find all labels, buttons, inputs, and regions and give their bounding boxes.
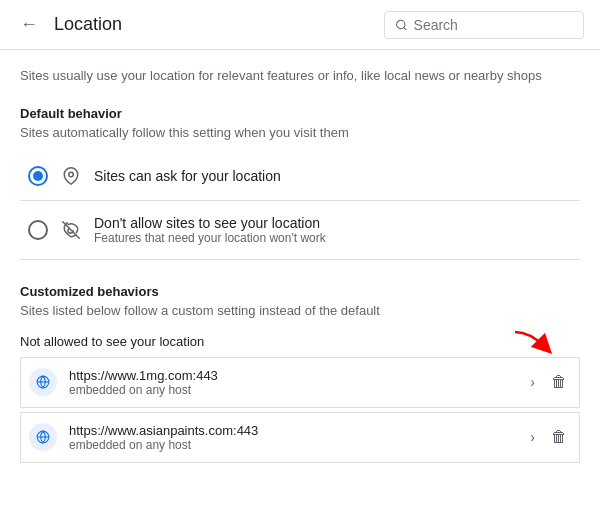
site-sub-2: embedded on any host bbox=[69, 438, 526, 452]
radio-deny[interactable] bbox=[28, 220, 48, 240]
site-item-wrapper-2: https://www.asianpaints.com:443 embedded… bbox=[20, 412, 580, 463]
site-sub-1: embedded on any host bbox=[69, 383, 526, 397]
site-url-2: https://www.asianpaints.com:443 bbox=[69, 423, 526, 438]
customized-subtitle: Sites listed below follow a custom setti… bbox=[20, 303, 580, 318]
chevron-button-2[interactable]: › bbox=[526, 425, 539, 449]
search-input[interactable] bbox=[414, 17, 573, 33]
default-behavior-subtitle: Sites automatically follow this setting … bbox=[20, 125, 580, 140]
delete-button-1[interactable]: 🗑 bbox=[547, 369, 571, 395]
customized-title: Customized behaviors bbox=[20, 284, 580, 299]
default-behavior-section: Default behavior Sites automatically fol… bbox=[20, 106, 580, 260]
back-button[interactable]: ← bbox=[16, 10, 42, 39]
site-actions-2: › 🗑 bbox=[526, 424, 571, 450]
option-deny[interactable]: Don't allow sites to see your location F… bbox=[20, 201, 580, 260]
site-url-1: https://www.1mg.com:443 bbox=[69, 368, 526, 383]
header-left: ← Location bbox=[16, 10, 122, 39]
site-info-2: https://www.asianpaints.com:443 embedded… bbox=[69, 423, 526, 452]
not-allowed-title: Not allowed to see your location bbox=[20, 334, 580, 349]
option-ask-label: Sites can ask for your location bbox=[94, 168, 281, 184]
customized-behaviors-section: Customized behaviors Sites listed below … bbox=[20, 284, 580, 463]
site-actions-1: › 🗑 bbox=[526, 369, 571, 395]
location-pin-icon bbox=[62, 167, 80, 185]
page-title: Location bbox=[54, 14, 122, 35]
content-area: Sites usually use your location for rele… bbox=[0, 50, 600, 483]
site-item-wrapper-1: https://www.1mg.com:443 embedded on any … bbox=[20, 357, 580, 408]
option-ask[interactable]: Sites can ask for your location bbox=[20, 152, 580, 201]
option-deny-text: Don't allow sites to see your location F… bbox=[94, 215, 326, 245]
site-item-1: https://www.1mg.com:443 embedded on any … bbox=[20, 357, 580, 408]
default-behavior-title: Default behavior bbox=[20, 106, 580, 121]
option-deny-label: Don't allow sites to see your location bbox=[94, 215, 326, 231]
site-icon-2 bbox=[29, 423, 57, 451]
search-icon bbox=[395, 18, 408, 32]
option-deny-sublabel: Features that need your location won't w… bbox=[94, 231, 326, 245]
svg-line-1 bbox=[404, 27, 406, 29]
site-icon-1 bbox=[29, 368, 57, 396]
search-box bbox=[384, 11, 584, 39]
site-item-2: https://www.asianpaints.com:443 embedded… bbox=[20, 412, 580, 463]
location-off-icon bbox=[62, 221, 80, 239]
delete-button-2[interactable]: 🗑 bbox=[547, 424, 571, 450]
chevron-button-1[interactable]: › bbox=[526, 370, 539, 394]
page-header: ← Location bbox=[0, 0, 600, 50]
radio-ask[interactable] bbox=[28, 166, 48, 186]
option-ask-text: Sites can ask for your location bbox=[94, 168, 281, 184]
page-description: Sites usually use your location for rele… bbox=[20, 66, 580, 86]
site-info-1: https://www.1mg.com:443 embedded on any … bbox=[69, 368, 526, 397]
svg-point-2 bbox=[69, 172, 74, 177]
